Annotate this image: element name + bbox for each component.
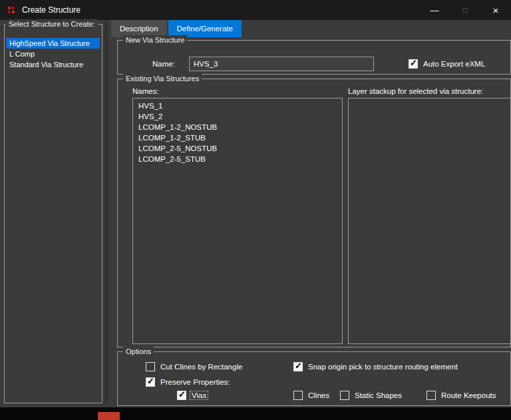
window-title: Create Structure xyxy=(22,5,81,15)
route-keepouts-label[interactable]: Route Keepouts xyxy=(441,391,496,399)
clines-checkbox[interactable] xyxy=(293,391,303,400)
structure-type-list: HighSpeed Via StructureL CompStandard Vi… xyxy=(6,38,100,70)
new-via-structure-group: New Via Structure Name: Auto Export eXML xyxy=(117,40,511,75)
snap-origin-checkbox[interactable] xyxy=(293,362,303,371)
cut-clines-checkbox[interactable] xyxy=(146,362,155,371)
via-structure-name-item[interactable]: HVS_2 xyxy=(133,111,342,122)
preserve-properties-label[interactable]: Preserve Properties: xyxy=(160,378,230,386)
options-group-label: Options xyxy=(123,347,154,356)
via-structure-name-item[interactable]: HVS_1 xyxy=(133,101,342,111)
via-structure-name-item[interactable]: LCOMP_1-2_STUB xyxy=(133,132,342,143)
snap-origin-label[interactable]: Snap origin pick to structure routing el… xyxy=(308,363,458,371)
taskbar-strip xyxy=(0,407,511,420)
panel-splitter[interactable] xyxy=(104,22,108,405)
name-input[interactable] xyxy=(189,57,374,71)
existing-via-structures-group-label: Existing Via Structures xyxy=(123,74,202,83)
vias-checkbox[interactable] xyxy=(177,391,186,400)
static-shapes-checkbox[interactable] xyxy=(340,391,349,400)
window-controls: — □ × xyxy=(419,0,511,20)
via-structure-names-list[interactable]: HVS_1HVS_2LCOMP_1-2_NOSTUBLCOMP_1-2_STUB… xyxy=(132,98,343,344)
structure-type-group: Select Structure to Create: HighSpeed Vi… xyxy=(4,24,102,403)
minimize-button[interactable]: — xyxy=(419,0,450,20)
cut-clines-label[interactable]: Cut Clines by Rectangle xyxy=(160,363,242,371)
titlebar: Create Structure — □ × xyxy=(0,0,511,20)
structure-type-item[interactable]: L Comp xyxy=(6,49,100,59)
structure-type-item[interactable]: HighSpeed Via Structure xyxy=(6,38,100,49)
static-shapes-label[interactable]: Static Shapes xyxy=(355,391,402,399)
via-structure-name-item[interactable]: LCOMP_2-5_STUB xyxy=(133,154,342,164)
preserve-properties-checkbox[interactable] xyxy=(146,377,155,387)
vias-label[interactable]: Vias xyxy=(190,391,208,400)
close-button[interactable]: × xyxy=(480,0,511,20)
via-structure-name-item[interactable]: LCOMP_2-5_NOSTUB xyxy=(133,143,342,154)
app-icon xyxy=(6,5,17,15)
maximize-button[interactable]: □ xyxy=(450,0,480,20)
auto-export-exml-label[interactable]: Auto Export eXML xyxy=(423,60,485,68)
options-group: Options Cut Clines by Rectangle Snap ori… xyxy=(117,351,511,406)
route-keepouts-checkbox[interactable] xyxy=(426,391,436,400)
layer-stackup-label: Layer stackup for selected via structure… xyxy=(348,87,483,95)
structure-type-group-label: Select Structure to Create: xyxy=(6,19,98,29)
clines-label[interactable]: Clines xyxy=(308,391,329,399)
name-label: Name: xyxy=(152,60,175,68)
new-via-structure-group-label: New Via Structure xyxy=(123,35,187,45)
create-structure-dialog: Create Structure — □ × Select Structure … xyxy=(0,0,511,420)
via-structure-name-item[interactable]: LCOMP_1-2_NOSTUB xyxy=(133,122,342,132)
structure-type-item[interactable]: Standard Via Structure xyxy=(6,59,100,70)
layer-stackup-list[interactable] xyxy=(348,98,511,344)
taskbar-app-icon[interactable] xyxy=(98,412,120,420)
existing-via-structures-group: Existing Via Structures Names: HVS_1HVS_… xyxy=(117,79,511,347)
auto-export-exml-checkbox[interactable] xyxy=(409,59,418,69)
names-label: Names: xyxy=(132,87,159,95)
